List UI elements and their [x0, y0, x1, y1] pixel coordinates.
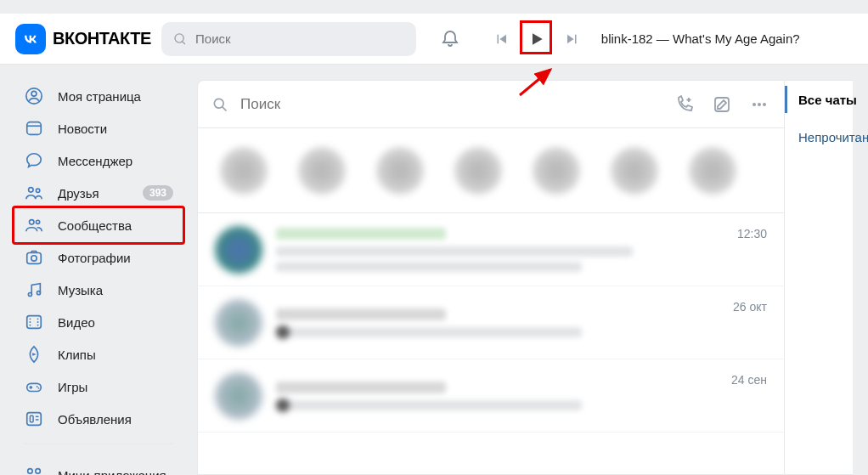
- new-message-button[interactable]: [711, 93, 733, 116]
- messenger-search-input[interactable]: [240, 96, 662, 113]
- sidebar-item-label: Клипы: [58, 348, 96, 362]
- sidebar-item-communities[interactable]: Сообщества: [15, 209, 182, 241]
- svg-point-14: [30, 318, 31, 319]
- logo[interactable]: ВКОНТАКТЕ: [15, 24, 151, 54]
- more-icon: [749, 94, 769, 115]
- conversation-time: 12:30: [737, 227, 767, 240]
- svg-rect-20: [27, 383, 42, 391]
- svg-point-18: [37, 321, 39, 323]
- svg-point-15: [30, 321, 31, 323]
- sidebar: Моя страница Новости Мессенджер Друзья 3…: [0, 65, 189, 475]
- photos-icon: [24, 247, 44, 268]
- messenger-panel: 12:30 26 окт 24 сен: [197, 80, 785, 475]
- sidebar-item-label: Фотографии: [58, 251, 131, 265]
- story-avatar[interactable]: [376, 147, 424, 195]
- conversation-preview-blurred: [276, 262, 582, 272]
- svg-rect-3: [27, 122, 42, 135]
- sidebar-separator: [24, 444, 173, 459]
- friends-icon: [24, 183, 44, 203]
- chat-icon: [24, 150, 44, 171]
- prev-track-button[interactable]: [489, 27, 513, 51]
- audio-player: blink-182 — What's My Age Again?: [489, 27, 800, 51]
- global-search-input[interactable]: [195, 31, 404, 46]
- skip-next-icon: [565, 31, 580, 47]
- global-search[interactable]: [161, 22, 416, 56]
- search-icon: [173, 31, 187, 47]
- svg-rect-24: [30, 416, 33, 421]
- bell-icon: [440, 29, 460, 49]
- friends-count-badge: 393: [143, 185, 173, 201]
- user-icon: [24, 86, 44, 106]
- logo-icon: [15, 24, 46, 54]
- svg-point-5: [29, 188, 34, 193]
- filter-all-chats[interactable]: Все чаты: [785, 81, 853, 118]
- sidebar-item-label: Друзья: [58, 186, 99, 201]
- stories-row[interactable]: [198, 128, 784, 213]
- svg-point-11: [28, 292, 31, 296]
- sidebar-item-mypage[interactable]: Моя страница: [15, 80, 182, 112]
- filter-unread[interactable]: Непрочитанные: [785, 118, 853, 156]
- svg-line-32: [223, 106, 227, 110]
- new-call-button[interactable]: [674, 93, 696, 116]
- news-icon: [24, 118, 44, 139]
- games-icon: [24, 376, 44, 397]
- skip-prev-icon: [493, 31, 509, 47]
- music-icon: [24, 280, 44, 300]
- story-avatar[interactable]: [220, 147, 268, 195]
- svg-point-16: [30, 325, 31, 326]
- sidebar-item-label: Игры: [58, 380, 87, 394]
- sidebar-item-messenger[interactable]: Мессенджер: [15, 144, 182, 177]
- services-icon: [24, 465, 44, 475]
- chat-filter-rail: Все чаты Непрочитанные: [785, 80, 853, 475]
- story-avatar[interactable]: [689, 147, 736, 195]
- svg-rect-9: [27, 253, 42, 264]
- sidebar-item-label: Музыка: [58, 283, 103, 297]
- svg-point-31: [214, 99, 223, 108]
- svg-point-2: [31, 91, 37, 96]
- svg-rect-23: [27, 413, 42, 426]
- sidebar-item-news[interactable]: Новости: [15, 112, 182, 144]
- sidebar-item-games[interactable]: Игры: [15, 370, 182, 403]
- story-avatar[interactable]: [611, 147, 658, 195]
- play-button[interactable]: [525, 27, 549, 51]
- conversation-item[interactable]: 12:30: [198, 213, 784, 286]
- now-playing-track[interactable]: blink-182 — What's My Age Again?: [601, 31, 800, 46]
- story-avatar[interactable]: [298, 147, 346, 195]
- svg-point-7: [30, 220, 35, 225]
- conversation-item[interactable]: 26 окт: [198, 286, 784, 359]
- sidebar-item-ads[interactable]: Объявления: [15, 403, 182, 435]
- conversation-item[interactable]: 24 сен: [198, 359, 784, 433]
- svg-point-28: [36, 469, 41, 474]
- search-icon: [211, 96, 228, 113]
- ads-icon: [24, 409, 44, 429]
- header: ВКОНТАКТЕ blink-182 — What's My Age Agai…: [0, 14, 868, 65]
- conversation-preview-blurred: [276, 327, 582, 337]
- svg-point-6: [36, 189, 39, 192]
- groups-icon: [24, 215, 44, 235]
- svg-point-35: [758, 103, 761, 106]
- sidebar-item-photos[interactable]: Фотографии: [15, 241, 182, 274]
- more-button[interactable]: [748, 93, 770, 116]
- sidebar-item-music[interactable]: Музыка: [15, 274, 182, 306]
- conversation-title-blurred: [276, 308, 446, 320]
- video-icon: [24, 312, 44, 332]
- sidebar-item-friends[interactable]: Друзья 393: [15, 177, 182, 209]
- svg-point-22: [38, 387, 40, 389]
- sidebar-item-clips[interactable]: Клипы: [15, 338, 182, 370]
- svg-point-8: [36, 220, 39, 223]
- brand-name: ВКОНТАКТЕ: [53, 29, 151, 48]
- sidebar-item-miniapps[interactable]: Мини-приложения: [15, 459, 182, 475]
- sidebar-item-label: Объявления: [58, 412, 132, 427]
- svg-point-19: [37, 325, 39, 326]
- next-track-button[interactable]: [561, 27, 584, 51]
- conversation-title-blurred: [276, 382, 446, 393]
- sidebar-item-video[interactable]: Видео: [15, 306, 182, 338]
- svg-point-17: [37, 318, 39, 319]
- story-avatar[interactable]: [533, 147, 580, 195]
- clips-icon: [24, 344, 44, 365]
- phone-plus-icon: [674, 94, 695, 115]
- svg-point-21: [37, 386, 38, 387]
- avatar: [215, 299, 262, 347]
- story-avatar[interactable]: [454, 147, 502, 195]
- notifications-button[interactable]: [433, 29, 467, 49]
